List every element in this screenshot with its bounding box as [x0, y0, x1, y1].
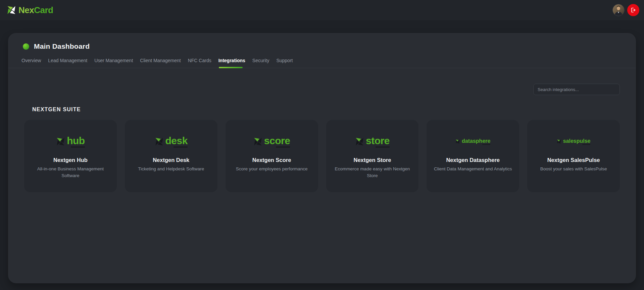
- nextgen-pinwheel-icon: [56, 137, 65, 146]
- integration-logo-word: store: [366, 136, 390, 146]
- integrations-grid: hub Nextgen Hub All-in-one Business Mana…: [24, 120, 620, 192]
- integration-logo-word: hub: [67, 136, 85, 146]
- integration-card-nextgen-datasphere[interactable]: datasphere Nextgen Datasphere Client Dat…: [427, 120, 519, 192]
- nextgen-pinwheel-icon: [155, 137, 164, 146]
- dashboard-panel: Main Dashboard Overview Lead Management …: [8, 33, 636, 283]
- integration-title: Nextgen Datasphere: [427, 157, 519, 163]
- integration-description: Boost your sales with SalesPulse: [527, 166, 620, 172]
- integration-logo: salespulse: [527, 135, 620, 148]
- integration-title: Nextgen SalesPulse: [527, 157, 620, 163]
- integration-logo: hub: [24, 135, 117, 148]
- integration-description: Score your employees performance: [226, 166, 318, 172]
- integration-logo: desk: [125, 135, 217, 148]
- nextgen-pinwheel-icon: [557, 139, 561, 144]
- tab-client-management[interactable]: Client Management: [140, 56, 181, 68]
- status-dot: [23, 43, 29, 50]
- tab-label: Security: [252, 58, 269, 63]
- tab-security[interactable]: Security: [252, 56, 269, 68]
- nextgen-pinwheel-icon: [253, 137, 262, 146]
- tab-user-management[interactable]: User Management: [94, 56, 133, 68]
- tab-support[interactable]: Support: [276, 56, 293, 68]
- integration-logo-byline: [376, 147, 390, 148]
- integration-title: Nextgen Score: [226, 157, 318, 163]
- integration-card-nextgen-score[interactable]: score Nextgen Score Score your employees…: [226, 120, 318, 192]
- integration-title: Nextgen Desk: [125, 157, 217, 163]
- brand-name-suffix: Card: [34, 5, 53, 15]
- tab-label: Integrations: [218, 58, 245, 63]
- user-avatar[interactable]: [612, 4, 625, 16]
- integration-card-nextgen-store[interactable]: store Nextgen Store Ecommerce made easy …: [326, 120, 419, 192]
- integration-card-nextgen-desk[interactable]: desk Nextgen Desk Ticketing and Helpdesk…: [125, 120, 217, 192]
- nextgen-pinwheel-icon: [355, 137, 364, 146]
- nextgen-pinwheel-icon: [455, 139, 460, 144]
- integration-card-nextgen-salespulse[interactable]: salespulse Nextgen SalesPulse Boost your…: [527, 120, 620, 192]
- brand-logo: NexCard: [7, 5, 53, 15]
- integration-logo-word: salespulse: [563, 138, 591, 144]
- page-title-row: Main Dashboard: [8, 33, 636, 50]
- integration-logo-byline: [482, 144, 490, 145]
- tab-bar: Overview Lead Management User Management…: [8, 56, 636, 68]
- tab-lead-management[interactable]: Lead Management: [48, 56, 87, 68]
- avatar-photo: [613, 4, 624, 16]
- tab-integrations[interactable]: Integrations: [218, 56, 245, 68]
- tab-label: NFC Cards: [188, 58, 211, 63]
- integration-logo: store: [326, 135, 419, 148]
- tab-label: Lead Management: [48, 58, 87, 63]
- integration-description: All-in-one Business Management Software: [24, 166, 117, 179]
- integration-description: Ticketing and Helpdesk Software: [125, 166, 217, 172]
- integration-card-nextgen-hub[interactable]: hub Nextgen Hub All-in-one Business Mana…: [24, 120, 117, 192]
- header-bar: NexCard: [0, 0, 644, 20]
- brand-name-prefix: Nex: [18, 5, 34, 15]
- integration-logo: score: [226, 135, 318, 148]
- integration-title: Nextgen Hub: [24, 157, 117, 163]
- integration-logo-word: score: [264, 136, 290, 146]
- brand-name: NexCard: [18, 5, 53, 15]
- tab-label: Client Management: [140, 58, 181, 63]
- search-input[interactable]: [533, 84, 620, 95]
- integration-logo-byline: [174, 147, 188, 148]
- page-title: Main Dashboard: [34, 42, 90, 50]
- integration-logo-word: desk: [165, 136, 188, 146]
- tab-overview[interactable]: Overview: [21, 56, 41, 68]
- integration-logo-byline: [71, 147, 85, 148]
- integration-logo-byline: [582, 144, 590, 145]
- tab-label: User Management: [94, 58, 133, 63]
- integration-title: Nextgen Store: [326, 157, 419, 163]
- logout-icon: [630, 7, 636, 13]
- integration-description: Ecommerce made easy with Nextgen Store: [326, 166, 419, 179]
- search-row: [8, 68, 636, 95]
- tab-label: Overview: [21, 58, 41, 63]
- nexcard-pinwheel-icon: [7, 5, 16, 15]
- tab-label: Support: [276, 58, 293, 63]
- integration-logo: datasphere: [427, 135, 519, 148]
- integration-logo-word: datasphere: [462, 138, 490, 144]
- logout-button[interactable]: [627, 4, 639, 16]
- integration-description: Client Data Management and Analytics: [427, 166, 519, 172]
- section-heading: NEXTGEN SUITE: [32, 107, 636, 113]
- tab-nfc-cards[interactable]: NFC Cards: [188, 56, 211, 68]
- integration-logo-byline: [276, 147, 290, 148]
